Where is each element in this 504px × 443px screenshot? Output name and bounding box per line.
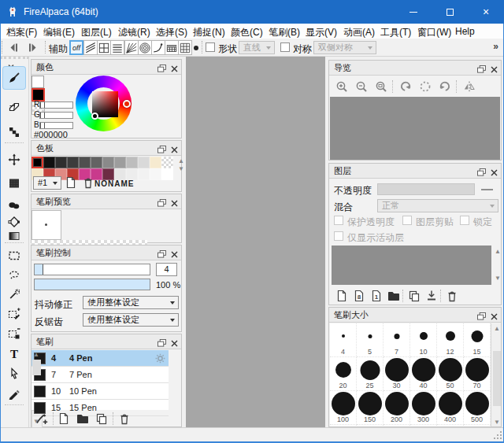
close-button[interactable]: × [468,0,504,24]
slider-handle[interactable] [40,123,45,128]
brush-size-scrollbar[interactable]: ▲▼ [491,323,501,426]
brush-size-cell[interactable]: 300 [410,391,437,425]
brush-size-cell[interactable]: 5 [357,323,384,357]
float-panel-icon[interactable] [158,197,166,211]
float-panel-icon[interactable] [158,337,166,351]
menu-item-9[interactable]: 显示(V) [306,26,337,39]
text-tool[interactable]: T [3,343,25,365]
menu-item-3[interactable]: 图层(L) [81,26,112,39]
new-1bit-layer-icon[interactable]: 1 [370,290,383,305]
brush-size-panel-header[interactable]: 笔刷大小 [329,308,501,323]
brush-size-cell[interactable] [464,425,491,426]
palette-swatch[interactable] [150,157,161,168]
brush-size-cell[interactable]: 400 [437,391,464,425]
color-panel-header[interactable]: 颜色 [32,60,181,75]
brush-list-item[interactable]: 77 Pen [32,367,169,383]
menu-item-7[interactable]: 颜色(C) [231,26,263,39]
zoom-in-icon[interactable] [335,80,348,95]
brush-size-cell[interactable] [357,425,384,426]
brush-size-cell[interactable]: 10 [410,323,437,357]
background-color-swatch[interactable] [32,76,44,88]
scroll-up-arrow[interactable]: ▲ [32,352,41,358]
scroll-thumb[interactable] [32,360,41,375]
brush-size-cell[interactable]: 4 [330,323,357,357]
smudge-tool[interactable] [3,121,25,143]
close-panel-icon[interactable] [171,143,178,157]
zoom-fit-icon[interactable] [375,80,387,95]
toolbar-overflow-button[interactable]: » [493,41,498,52]
palette-swatch[interactable] [150,168,161,174]
menu-item-10[interactable]: 动画(A) [343,26,375,39]
dock-left-arrow-button[interactable] [8,42,20,56]
snap-button-grid-snap[interactable] [178,40,192,55]
palette-swatch[interactable] [102,157,114,168]
brush-settings-gear-icon[interactable] [155,353,165,366]
close-panel-icon[interactable] [171,248,178,262]
pen-tool[interactable] [3,382,25,404]
palette-swatch[interactable] [102,168,114,174]
gradient-tool[interactable] [3,225,25,247]
brush-size-cell[interactable] [384,425,410,426]
layer-panel-header[interactable]: 图层 [329,164,501,179]
color-r-slider[interactable] [39,102,73,109]
float-panel-icon[interactable] [158,248,166,262]
layer-list[interactable] [332,245,491,285]
palette-new-icon[interactable] [65,176,77,191]
add-brush-icon[interactable] [35,412,48,427]
new-brush-icon[interactable] [57,412,70,427]
brush-size-cell[interactable]: 40 [410,357,437,391]
palette-swatch[interactable] [32,168,43,174]
move-tool[interactable] [3,149,25,171]
snap-button-horizontal-snap[interactable] [110,40,124,55]
brush-list-item[interactable]: 44 Pen [32,350,169,367]
brush-size-cell[interactable]: 50 [437,357,464,391]
brush-list-item[interactable]: 1010 Pen [32,383,169,400]
brush-size-cell[interactable]: 25 [357,357,384,391]
magic-wand-tool[interactable] [3,283,25,305]
select-pen-tool[interactable] [3,303,25,325]
snap-button-crosshair-snap[interactable] [97,40,111,55]
layer-checkbox[interactable] [334,231,343,241]
shape-select[interactable]: 直线 [239,41,275,54]
symmetry-checkbox[interactable] [280,42,290,52]
palette-swatch[interactable] [161,168,173,174]
brush-size-cell[interactable]: 150 [357,391,384,425]
select-eraser-tool[interactable] [3,323,25,345]
palette-swatch[interactable] [91,157,102,168]
layer-checkbox[interactable] [334,216,343,225]
symmetry-select[interactable]: 双侧对称 [313,41,376,54]
hue-indicator[interactable] [123,100,131,108]
resize-grip[interactable] [494,431,502,439]
palette-swatch[interactable] [43,168,55,174]
operation-tool[interactable] [3,363,25,385]
slider-handle[interactable] [40,113,45,118]
sv-indicator[interactable] [91,113,98,120]
palette-swatch[interactable] [55,168,67,174]
float-panel-icon[interactable] [158,143,166,157]
float-panel-icon[interactable] [477,310,486,324]
snap-button-off[interactable]: off [69,40,83,55]
brush-size-cell[interactable] [410,425,437,426]
brush-control-row-select[interactable]: 使用整体设定 [83,313,179,327]
scroll-thumb[interactable] [493,351,501,406]
palette-swatch[interactable] [138,168,150,174]
color-wheel[interactable] [76,76,132,131]
palette-swatch[interactable] [91,168,102,174]
duplicate-brush-icon[interactable] [95,412,108,427]
brush-size-cell[interactable]: 100 [330,391,357,425]
palette-swatch[interactable] [114,168,126,174]
delete-brush-icon[interactable] [118,412,131,427]
palette-swatch[interactable] [138,157,150,168]
duplicate-layer-icon[interactable] [408,290,421,305]
menu-item-4[interactable]: 滤镜(R) [118,26,150,39]
menu-item-12[interactable]: 窗口(W) [417,26,451,39]
brush-tool[interactable] [3,67,25,89]
zoom-out-icon[interactable] [355,80,368,95]
merge-down-icon[interactable] [425,290,438,305]
palette-swatch[interactable] [55,157,67,168]
menu-item-8[interactable]: 笔刷(B) [269,26,300,39]
new-folder-icon[interactable] [387,290,400,305]
dock-right-arrow-button[interactable] [26,42,39,56]
color-b-slider[interactable] [39,122,73,129]
palette-panel-header[interactable]: 色板 [32,141,181,156]
